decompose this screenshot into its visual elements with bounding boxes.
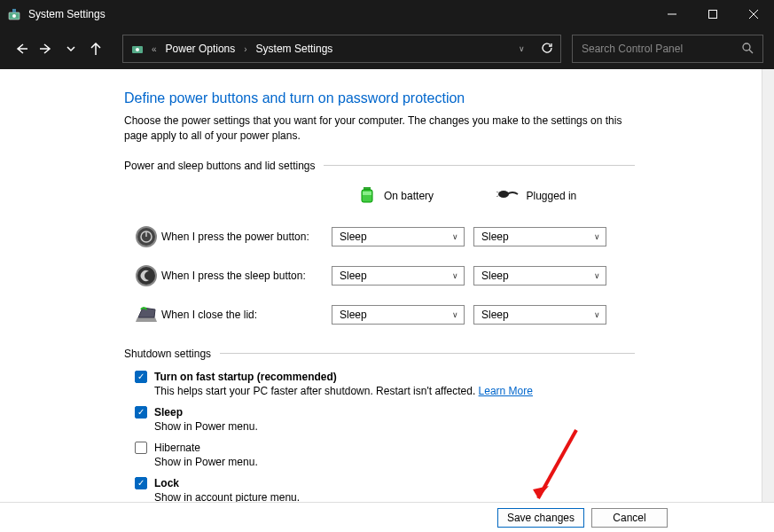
svg-line-15 bbox=[496, 192, 498, 192]
checkbox-label: Hibernate bbox=[154, 442, 200, 454]
column-label: On battery bbox=[384, 190, 434, 202]
svg-line-10 bbox=[749, 50, 753, 53]
lock-item: Lock Show in account picture menu. bbox=[135, 477, 635, 502]
search-box[interactable] bbox=[572, 35, 763, 63]
chevron-down-icon: ∨ bbox=[452, 232, 458, 241]
chevron-down-icon: ∨ bbox=[594, 271, 600, 280]
lid-plugged-select[interactable]: Sleep ∨ bbox=[473, 305, 606, 325]
app-icon bbox=[7, 7, 21, 21]
checkbox-label: Sleep bbox=[154, 406, 183, 419]
minimize-button[interactable] bbox=[652, 0, 692, 28]
power-button-icon bbox=[131, 225, 161, 248]
row-label: When I press the power button: bbox=[161, 231, 332, 243]
section-label: Shutdown settings bbox=[124, 348, 211, 360]
section-header: Shutdown settings bbox=[124, 348, 635, 360]
search-icon bbox=[741, 42, 754, 57]
checkbox-label: Lock bbox=[154, 477, 179, 489]
chevron-down-icon[interactable]: ∨ bbox=[515, 44, 528, 53]
page-description: Choose the power settings that you want … bbox=[124, 113, 635, 144]
window-title: System Settings bbox=[28, 8, 106, 20]
sleep-button-row: When I press the sleep button: Sleep ∨ S… bbox=[131, 262, 635, 289]
checkbox-description: This helps start your PC faster after sh… bbox=[154, 385, 635, 397]
cancel-button[interactable]: Cancel bbox=[591, 508, 668, 528]
title-bar: System Settings bbox=[0, 0, 774, 28]
svg-line-16 bbox=[496, 196, 498, 197]
lock-checkbox[interactable] bbox=[135, 477, 147, 489]
breadcrumb-item[interactable]: System Settings bbox=[254, 43, 335, 55]
svg-point-22 bbox=[137, 267, 155, 285]
chevron-down-icon: ∨ bbox=[594, 310, 600, 319]
close-button[interactable] bbox=[733, 0, 774, 28]
svg-point-1 bbox=[12, 14, 16, 18]
sleep-button-plugged-select[interactable]: Sleep ∨ bbox=[473, 266, 606, 286]
chevron-right-icon: › bbox=[240, 44, 250, 54]
plug-icon bbox=[496, 187, 520, 204]
grid-header: On battery Plugged in bbox=[131, 183, 635, 209]
learn-more-link[interactable]: Learn More bbox=[479, 385, 533, 397]
breadcrumb-item[interactable]: Power Options bbox=[164, 43, 238, 55]
up-button[interactable] bbox=[85, 38, 106, 59]
hibernate-item: Hibernate Show in Power menu. bbox=[135, 442, 635, 468]
chevron-icon: « bbox=[148, 44, 160, 54]
checkbox-label: Turn on fast startup (recommended) bbox=[154, 371, 337, 383]
footer-bar: Save changes Cancel bbox=[0, 502, 774, 532]
history-dropdown[interactable] bbox=[60, 38, 82, 59]
save-changes-button[interactable]: Save changes bbox=[497, 508, 584, 528]
forward-button[interactable] bbox=[35, 38, 57, 59]
battery-icon bbox=[357, 184, 377, 207]
fast-startup-item: Turn on fast startup (recommended) This … bbox=[135, 371, 635, 397]
sleep-item: Sleep Show in Power menu. bbox=[135, 406, 635, 433]
search-input[interactable] bbox=[582, 43, 723, 55]
svg-point-9 bbox=[743, 43, 750, 51]
laptop-lid-icon bbox=[131, 305, 161, 325]
page-heading: Define power buttons and turn on passwor… bbox=[124, 90, 635, 106]
row-label: When I close the lid: bbox=[161, 309, 332, 321]
lid-row: When I close the lid: Sleep ∨ Sleep ∨ bbox=[131, 301, 635, 328]
sleep-button-icon bbox=[131, 264, 161, 287]
maximize-button[interactable] bbox=[692, 0, 733, 28]
control-panel-icon bbox=[130, 41, 145, 58]
chevron-down-icon: ∨ bbox=[594, 232, 600, 241]
row-label: When I press the sleep button: bbox=[161, 270, 332, 282]
chevron-down-icon: ∨ bbox=[452, 271, 458, 280]
nav-bar: « Power Options › System Settings ∨ bbox=[0, 28, 774, 69]
svg-rect-4 bbox=[709, 11, 717, 19]
checkbox-description: Show in Power menu. bbox=[154, 456, 635, 468]
chevron-down-icon: ∨ bbox=[452, 310, 458, 319]
sleep-checkbox[interactable] bbox=[135, 406, 147, 419]
checkbox-description: Show in Power menu. bbox=[154, 420, 635, 433]
svg-rect-2 bbox=[12, 9, 16, 12]
sleep-button-battery-select[interactable]: Sleep ∨ bbox=[332, 266, 465, 286]
lid-battery-select[interactable]: Sleep ∨ bbox=[332, 305, 465, 325]
power-button-row: When I press the power button: Sleep ∨ S… bbox=[131, 223, 635, 250]
section-label: Power and sleep buttons and lid settings bbox=[124, 160, 315, 172]
content-area: Define power buttons and turn on passwor… bbox=[0, 69, 774, 502]
svg-rect-13 bbox=[363, 192, 371, 195]
svg-point-8 bbox=[136, 48, 139, 51]
checkbox-description: Show in account picture menu. bbox=[154, 491, 635, 502]
column-label: Plugged in bbox=[527, 190, 577, 202]
address-bar[interactable]: « Power Options › System Settings ∨ bbox=[122, 35, 561, 63]
power-button-plugged-select[interactable]: Sleep ∨ bbox=[473, 227, 606, 246]
section-header: Power and sleep buttons and lid settings bbox=[124, 160, 635, 172]
hibernate-checkbox[interactable] bbox=[135, 442, 147, 454]
fast-startup-checkbox[interactable] bbox=[135, 371, 147, 383]
back-button[interactable] bbox=[11, 38, 32, 59]
power-button-battery-select[interactable]: Sleep ∨ bbox=[332, 227, 465, 246]
scrollbar[interactable] bbox=[762, 69, 774, 502]
refresh-button[interactable] bbox=[541, 42, 553, 57]
